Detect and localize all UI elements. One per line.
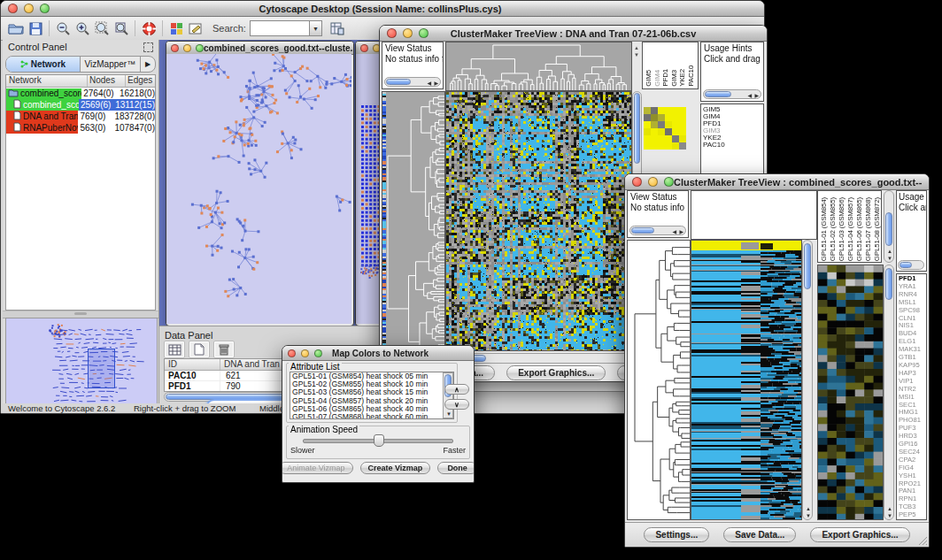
col-header-nodes[interactable]: Nodes [88,75,126,87]
create-vizmap-button[interactable]: Create Vizmap [360,462,431,474]
map-colors-dialog: Map Colors to Network Attribute List GPL… [282,345,475,483]
col-header-edges[interactable]: Edges [126,75,155,87]
select-attributes-icon[interactable] [164,341,185,358]
tv2-zoom-heatmap[interactable] [817,265,884,520]
minimize-icon[interactable] [24,4,34,13]
zoom-fit-icon[interactable] [92,20,112,36]
search-label: Search: [212,23,246,34]
tv1-zoom-cell [644,135,651,142]
tv2-status-hscrollbar[interactable]: ◀▶ [629,226,686,235]
tv1-zoom-cell [658,128,665,135]
attr-up-button[interactable]: ∧ [444,384,469,395]
tv1-zoom-cell [672,107,679,114]
search-dropdown-icon[interactable]: ▼ [310,20,322,36]
zoom-window-icon[interactable] [196,44,204,52]
col-header-network[interactable]: Network [6,75,88,87]
close-icon[interactable] [288,349,296,357]
zoom-window-icon[interactable] [419,28,429,38]
tv1-zoom-cell [665,114,672,121]
attribute-listbox[interactable]: GPL51-01 (GSM854) heat shock 05 minGPL51… [290,372,454,419]
tv1-zoom-cell [672,142,679,150]
tv2-row-dendrogram[interactable] [627,240,691,520]
tv2-button-settings---[interactable]: Settings... [644,527,709,542]
tab-overflow-arrow[interactable]: ▶ [141,57,155,72]
animation-group: Animation Speed Slower Faster [286,426,470,459]
network-list-row[interactable]: RNAPuberNov2+|563(0)107847(0) [6,122,155,134]
zoom-out-icon[interactable] [53,20,73,36]
network-view-window-1: combined_scores_good.txt--cluste... [166,41,354,326]
search-input[interactable] [250,20,310,36]
tab-vizmapper[interactable]: VizMapper™ [81,57,141,72]
tv1-titlebar[interactable]: ClusterMaker TreeView : DNA and Tran 07-… [380,26,767,42]
minimize-icon[interactable] [301,349,309,357]
data-col-id[interactable]: ID [165,359,220,370]
tv2-view-status: View Status No status info ◀▶ [627,190,689,238]
network-canvas[interactable] [166,54,351,324]
tv2-titlebar[interactable]: ClusterMaker TreeView : combined_scores_… [625,174,929,190]
resize-grip[interactable] [917,535,928,546]
network-overview[interactable] [5,318,158,410]
attribute-list-group: Attribute List GPL51-01 (GSM854) heat sh… [286,363,458,423]
delete-attribute-icon[interactable] [213,341,235,358]
tv2-genelist-vscrollbar[interactable]: ▲▼ [884,265,894,520]
zoom-window-icon[interactable] [664,177,674,187]
tab-network[interactable]: Network [6,57,81,72]
tv2-heatmap-vscrollbar[interactable]: ▲▼ [802,240,813,520]
close-icon[interactable] [632,177,642,187]
attr-down-button[interactable]: ∨ [444,399,469,410]
zoom-selected-icon[interactable] [112,20,131,36]
network-list-row[interactable]: DNA and Tran 07769(0)183728(0) [6,111,155,122]
minimize-icon[interactable] [648,177,658,187]
annotation-icon[interactable] [186,20,205,36]
desktop: Cytoscape Desktop (Session Name: collins… [0,0,942,560]
zoom-window-icon[interactable] [40,4,50,13]
network-list-row[interactable]: combined_scores2764(0)16218(0) [6,88,155,99]
close-icon[interactable] [171,44,179,52]
tv1-heatmap-hscrollbar[interactable] [445,353,642,364]
tv1-zoom-cell [665,135,672,142]
close-icon[interactable] [360,44,368,52]
save-session-icon[interactable] [26,20,45,36]
tv1-button-export-graphics---[interactable]: Export Graphics... [506,365,606,380]
speed-slider-thumb[interactable] [374,434,384,447]
tv1-zoom-cell [672,114,679,121]
control-panel-tabs: Network VizMapper™ ▶ [5,56,156,73]
close-icon[interactable] [387,28,397,38]
tv1-status-hscrollbar[interactable]: ◀▶ [384,77,441,87]
tv2-button-save-data---[interactable]: Save Data... [723,527,796,542]
tv1-column-dendrogram[interactable] [445,42,632,91]
minimize-icon[interactable] [183,44,191,52]
tv1-zoom-cell [679,114,686,121]
zoom-window-icon[interactable] [314,349,322,357]
tv2-collabel-vscrollbar[interactable]: ▲▼ [884,190,894,263]
close-icon[interactable] [8,4,18,13]
animate-vizmap-button[interactable]: Animate Vizmap [282,462,353,474]
tv1-row-dendrogram[interactable] [382,91,445,381]
status-hint-zoom: Right-click + drag to ZOOM [134,403,236,413]
tv1-hints-hscrollbar[interactable]: ◀▶ [703,89,761,99]
tv1-heatmap[interactable] [445,91,632,351]
open-session-icon[interactable] [6,20,26,36]
tv2-hints-hscrollbar[interactable] [898,260,924,270]
attribute-list-vscrollbar[interactable]: ▲▼ [443,372,453,418]
tv1-zoom-cell [651,121,658,128]
document-icon [6,99,23,111]
tv2-column-dendrogram[interactable] [691,190,817,240]
network-list-row[interactable]: combined_sco2569(6)13112(15) [6,99,155,111]
help-icon[interactable] [139,20,158,36]
tv2-heatmap[interactable] [691,240,802,520]
done-button[interactable]: Done [437,462,475,474]
slower-label: Slower [290,446,315,455]
float-panel-icon[interactable] [143,42,153,52]
zoom-in-icon[interactable] [73,20,92,36]
minimize-icon[interactable] [403,28,413,38]
vizmap-icon[interactable] [166,20,186,36]
attribute-browser-icon[interactable] [328,20,347,36]
dialog-titlebar[interactable]: Map Colors to Network [282,346,474,361]
attribute-list-item[interactable]: GPL51-07 (GSM868) heat shock 60 min [292,413,453,419]
tv2-button-export-graphics---[interactable]: Export Graphics... [810,527,909,542]
dialog-title: Map Colors to Network [322,349,438,358]
tv1-zoom-heatmap[interactable] [644,107,686,150]
new-attribute-icon[interactable] [189,341,210,358]
main-titlebar[interactable]: Cytoscape Desktop (Session Name: collins… [1,1,764,17]
